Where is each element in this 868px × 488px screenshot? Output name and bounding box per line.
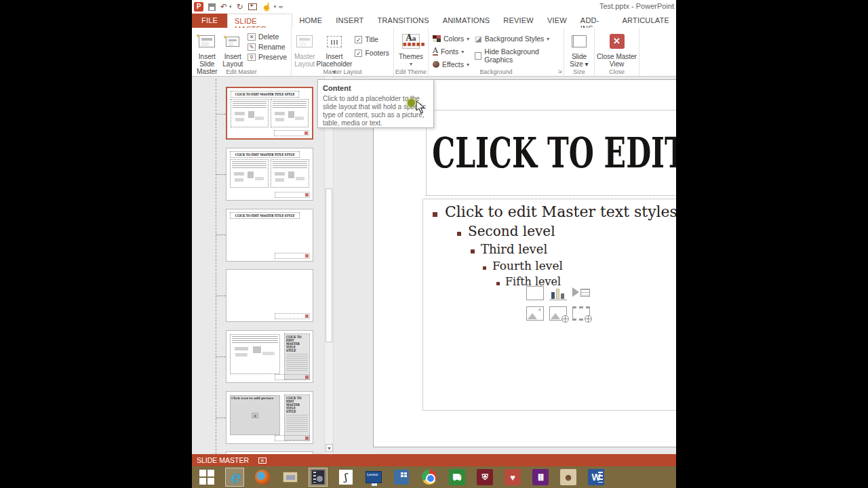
insert-layout-button[interactable]: ✦ Insert Layout bbox=[221, 30, 245, 68]
taskbar-health-app[interactable]: ♥ bbox=[503, 468, 522, 487]
group-label-edit-master: Edit Master bbox=[192, 68, 291, 75]
internet-explorer-icon: e bbox=[230, 470, 239, 485]
tab-file[interactable]: FILE bbox=[192, 14, 227, 28]
insert-table-icon[interactable] bbox=[526, 286, 544, 300]
taskbar-university-app[interactable]: ⛨ bbox=[475, 468, 494, 487]
dialog-launcher-icon[interactable]: ⇲ bbox=[557, 68, 562, 75]
group-master-layout: Master Layout Insert Placeholder ▾ ✓Titl… bbox=[292, 28, 394, 76]
delete-button[interactable]: ✕Delete bbox=[248, 33, 287, 41]
thumbnail-scrollbar[interactable]: ▼ bbox=[324, 77, 334, 454]
start-button[interactable] bbox=[197, 468, 216, 487]
insert-picture-icon[interactable] bbox=[526, 306, 544, 321]
title-bar: P ↶▾ ↻ ☝▾ ≂ Test.pptx - PowerPoint bbox=[192, 0, 676, 14]
taskbar-firefox[interactable] bbox=[253, 468, 272, 487]
slide-canvas[interactable]: CLICK TO EDIT MASTER TITLE STYLE Click t… bbox=[373, 79, 676, 447]
save-icon[interactable] bbox=[208, 3, 216, 11]
colors-button[interactable]: Colors▾ bbox=[433, 34, 469, 43]
powerpoint-logo-icon[interactable]: P bbox=[194, 2, 203, 12]
taskbar-internet-explorer[interactable]: e bbox=[225, 468, 244, 487]
start-from-beginning-icon[interactable] bbox=[248, 3, 257, 10]
chrome-icon bbox=[422, 470, 437, 485]
fonts-button[interactable]: A Fonts▾ bbox=[433, 47, 469, 56]
rename-button[interactable]: ✎Rename bbox=[248, 43, 287, 51]
bullet-icon bbox=[496, 282, 500, 285]
insert-smartart-icon[interactable] bbox=[572, 286, 590, 300]
tab-transitions[interactable]: TRANSITIONS bbox=[371, 14, 436, 28]
group-close: ✕ Close Master View Close bbox=[595, 28, 639, 76]
tab-insert[interactable]: INSERT bbox=[329, 14, 370, 28]
undo-dropdown-icon[interactable]: ▾ bbox=[229, 4, 232, 9]
click-indicator-dot bbox=[408, 99, 415, 106]
bullet-icon bbox=[457, 232, 461, 236]
touch-mode-dropdown-icon[interactable]: ▾ bbox=[274, 4, 277, 9]
title-placeholder[interactable]: CLICK TO EDIT MASTER TITLE STYLE bbox=[426, 110, 676, 196]
thumbnail-content-with-caption-layout[interactable]: CLICK TO EDIT MASTER TITLE STYLE bbox=[226, 330, 313, 383]
thumbnail-title-only-layout[interactable]: CLICK TO EDIT MASTER TITLE STYLE bbox=[226, 209, 313, 262]
taskbar-word[interactable]: W bbox=[587, 468, 606, 487]
tab-add-ins[interactable]: ADD-INS bbox=[574, 14, 616, 28]
tooltip-title: Content bbox=[323, 84, 429, 92]
tab-slide-master[interactable]: SLIDE MASTER bbox=[227, 14, 292, 28]
thumbnail-blank-layout[interactable] bbox=[226, 269, 313, 322]
thumbnail-picture-with-caption-layout[interactable]: Click icon to add picture▣ CLICK TO EDIT… bbox=[226, 391, 313, 444]
group-label-background: Background bbox=[429, 68, 564, 75]
ribbon-tab-row: FILE SLIDE MASTER HOME INSERT TRANSITION… bbox=[192, 14, 676, 28]
bullet-icon bbox=[483, 266, 486, 270]
master-layout-button[interactable]: Master Layout bbox=[293, 30, 317, 68]
taskbar-lenovo[interactable] bbox=[364, 468, 383, 487]
checkbox-checked-icon: ✓ bbox=[355, 49, 362, 57]
touch-mode-icon[interactable]: ☝ bbox=[262, 2, 272, 12]
cursor-arrow-icon bbox=[416, 100, 425, 114]
taskbar-video-recorder[interactable] bbox=[309, 468, 328, 487]
taskbar-evernote[interactable]: ʃ bbox=[336, 468, 355, 487]
hide-background-graphics-checkbox[interactable]: Hide Background Graphics bbox=[475, 47, 559, 64]
themes-button[interactable]: Aa■■■■■ Themes ▾ bbox=[395, 30, 427, 68]
taskbar-chrome[interactable] bbox=[420, 468, 439, 487]
scrollbar-thumb[interactable] bbox=[326, 188, 332, 342]
insert-video-icon[interactable] bbox=[572, 306, 590, 321]
tab-articulate[interactable]: ARTICULATE bbox=[616, 14, 676, 28]
insert-chart-icon[interactable] bbox=[549, 286, 567, 300]
group-label-close: Close bbox=[595, 68, 639, 75]
background-styles-button[interactable]: ◪ Background Styles▾ bbox=[475, 34, 559, 43]
body-placeholder[interactable]: Click to edit Master text styles Second … bbox=[422, 199, 676, 411]
thumbnail-two-content-layout[interactable]: CLICK TO EDIT MASTER TITLE STYLE bbox=[226, 87, 313, 140]
online-pictures-icon[interactable] bbox=[549, 306, 567, 321]
lenovo-monitor-icon bbox=[366, 471, 382, 483]
window-title: Test.pptx - PowerPoint bbox=[599, 2, 674, 10]
scrollbar-down-arrow[interactable]: ▼ bbox=[326, 444, 333, 452]
taskbar-control-panel[interactable] bbox=[392, 468, 411, 487]
taskbar-windows-store[interactable]: ⛟ bbox=[448, 468, 467, 487]
footers-checkbox[interactable]: ✓Footers bbox=[355, 49, 389, 57]
view-status-label: SLIDE MASTER bbox=[197, 456, 249, 464]
display-notes-icon[interactable]: ✕ bbox=[258, 458, 267, 464]
group-background: Colors▾ A Fonts▾ Effects▾ ◪ Background S… bbox=[429, 28, 564, 76]
delete-icon: ✕ bbox=[248, 33, 256, 41]
group-label-edit-theme: Edit Theme bbox=[394, 68, 428, 75]
layout-tree-line bbox=[216, 79, 216, 454]
tab-view[interactable]: VIEW bbox=[540, 14, 574, 28]
checkbox-unchecked-icon bbox=[475, 52, 481, 60]
preserve-button[interactable]: ⚲Preserve bbox=[248, 53, 287, 61]
redo-icon[interactable]: ↻ bbox=[237, 2, 243, 12]
windows-logo-icon bbox=[199, 470, 214, 485]
books-icon: ⫼⫼ bbox=[532, 469, 549, 485]
title-checkbox[interactable]: ✓Title bbox=[355, 35, 389, 43]
taskbar-reader-app[interactable]: ⫼⫼ bbox=[531, 468, 550, 487]
shield-emblem-icon: ⛨ bbox=[477, 469, 493, 485]
group-label-master-layout: Master Layout bbox=[292, 68, 393, 75]
taskbar-printer[interactable] bbox=[281, 468, 300, 487]
effects-button[interactable]: Effects▾ bbox=[433, 60, 469, 69]
undo-icon[interactable]: ↶ bbox=[220, 2, 227, 12]
windows-taskbar: e ʃ ⛟ ⛨ ♥ ⫼⫼ ☻ W bbox=[192, 466, 676, 488]
slide-thumbnail-pane: CLICK TO EDIT MASTER TITLE STYLE CLICK T… bbox=[192, 77, 324, 454]
customize-qat-icon[interactable]: ≂ bbox=[278, 3, 283, 10]
slide-size-button[interactable]: Slide Size ▾ bbox=[566, 30, 593, 68]
tab-animations[interactable]: ANIMATIONS bbox=[436, 14, 497, 28]
tab-home[interactable]: HOME bbox=[292, 14, 329, 28]
tab-review[interactable]: REVIEW bbox=[496, 14, 540, 28]
thumbnail-comparison-layout[interactable]: CLICK TO EDIT MASTER TITLE STYLE bbox=[226, 148, 313, 201]
ribbon: ✦ Insert Slide Master ✦ Insert Layout ✕D… bbox=[192, 28, 676, 77]
taskbar-assistant-app[interactable]: ☻ bbox=[559, 468, 578, 487]
close-master-view-button[interactable]: ✕ Close Master View bbox=[596, 30, 637, 68]
